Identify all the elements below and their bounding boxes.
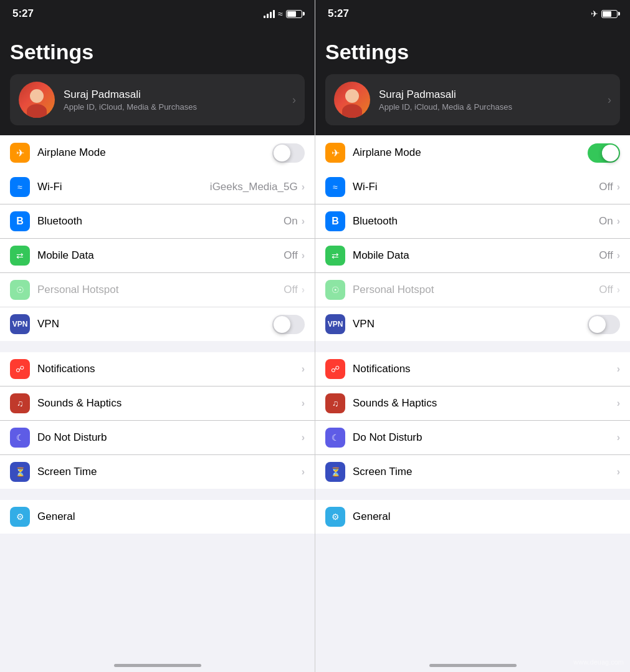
right-dnd-row[interactable]: ☾ Do Not Disturb ›	[315, 421, 630, 455]
left-vpn-icon: VPN	[10, 314, 30, 334]
watermark: www.deuag.com	[573, 658, 624, 666]
left-airplane-mode-row[interactable]: ✈ Airplane Mode	[0, 135, 315, 170]
left-wifi-chevron-icon: ›	[302, 181, 305, 193]
left-profile-chevron-icon: ›	[292, 94, 296, 107]
right-sounds-chevron-icon: ›	[617, 398, 620, 409]
right-hotspot-value: Off	[599, 284, 613, 296]
left-airplane-toggle[interactable]	[272, 143, 305, 163]
left-battery-icon	[286, 10, 302, 18]
left-phone-panel: 5:27 ≈ Settings Suraj P	[0, 0, 315, 672]
left-dnd-chevron-icon: ›	[302, 432, 305, 443]
left-sounds-row[interactable]: ♫ Sounds & Haptics ›	[0, 386, 315, 421]
left-mobile-data-row[interactable]: ⇄ Mobile Data Off ›	[0, 239, 315, 273]
right-bluetooth-chevron-icon: ›	[617, 216, 620, 227]
left-mobile-data-chevron-icon: ›	[302, 250, 305, 261]
right-dnd-label: Do Not Disturb	[353, 431, 617, 444]
right-bluetooth-label: Bluetooth	[353, 215, 599, 228]
left-avatar	[19, 82, 55, 118]
right-airplane-mode-row[interactable]: ✈ Airplane Mode	[315, 135, 630, 170]
left-screen-time-icon: ⏳	[10, 462, 30, 482]
left-status-time: 5:27	[12, 7, 34, 20]
right-bluetooth-value: On	[599, 215, 613, 228]
right-screen-time-row[interactable]: ⏳ Screen Time ›	[315, 455, 630, 489]
left-dnd-row[interactable]: ☾ Do Not Disturb ›	[0, 421, 315, 455]
left-bluetooth-icon: B	[10, 211, 30, 231]
left-gap-1	[0, 341, 315, 352]
right-vpn-toggle[interactable]	[588, 315, 620, 334]
left-hotspot-label: Personal Hotspot	[37, 284, 284, 296]
right-airplane-toggle[interactable]	[588, 143, 620, 163]
right-general-partial[interactable]: ⚙ General	[315, 500, 630, 534]
right-phone-panel: 5:27 ✈ Settings Suraj Padmasali Apple ID…	[315, 0, 630, 672]
left-wifi-row[interactable]: ≈ Wi-Fi iGeeks_Media_5G ›	[0, 170, 315, 204]
right-profile-chevron-icon: ›	[608, 94, 611, 107]
left-screen-time-chevron-icon: ›	[302, 466, 305, 478]
left-sounds-icon: ♫	[10, 393, 30, 413]
left-sounds-label: Sounds & Haptics	[37, 397, 302, 410]
left-vpn-toggle[interactable]	[272, 315, 305, 334]
left-screen-time-label: Screen Time	[37, 466, 302, 478]
left-hotspot-icon: ☉	[10, 280, 30, 300]
right-home-indicator	[429, 664, 517, 667]
left-general-icon: ⚙	[10, 507, 30, 527]
right-vpn-label: VPN	[353, 318, 588, 330]
right-wifi-chevron-icon: ›	[617, 181, 620, 193]
right-profile-subtitle: Apple ID, iCloud, Media & Purchases	[379, 102, 608, 112]
right-notifications-icon: ☍	[325, 359, 345, 379]
right-mobile-data-row[interactable]: ⇄ Mobile Data Off ›	[315, 239, 630, 273]
left-profile-name: Suraj Padmasali	[64, 89, 292, 101]
right-dnd-icon: ☾	[325, 428, 345, 448]
left-settings-title: Settings	[10, 40, 305, 64]
left-hotspot-value: Off	[284, 284, 297, 296]
right-screen-time-icon: ⏳	[325, 462, 345, 482]
right-sounds-row[interactable]: ♫ Sounds & Haptics ›	[315, 386, 630, 421]
left-profile-subtitle: Apple ID, iCloud, Media & Purchases	[64, 102, 292, 112]
left-profile-row[interactable]: Suraj Padmasali Apple ID, iCloud, Media …	[10, 74, 305, 125]
left-notifications-icon: ☍	[10, 359, 30, 379]
right-dnd-chevron-icon: ›	[617, 432, 620, 443]
left-wifi-value: iGeeks_Media_5G	[210, 181, 298, 193]
right-hotspot-label: Personal Hotspot	[353, 284, 599, 296]
right-notifications-label: Notifications	[353, 363, 617, 375]
left-network-group: ≈ Wi-Fi iGeeks_Media_5G › B Bluetooth On…	[0, 170, 315, 341]
left-hotspot-row[interactable]: ☉ Personal Hotspot Off ›	[0, 273, 315, 307]
left-home-indicator	[114, 664, 201, 667]
left-general-partial[interactable]: ⚙ General	[0, 500, 315, 534]
right-hotspot-row[interactable]: ☉ Personal Hotspot Off ›	[315, 273, 630, 307]
left-dnd-icon: ☾	[10, 428, 30, 448]
right-mobile-data-value: Off	[599, 249, 613, 262]
left-airplane-mode-label: Airplane Mode	[37, 146, 272, 159]
right-battery-icon	[601, 10, 618, 18]
right-airplane-mode-label: Airplane Mode	[353, 146, 588, 159]
right-mobile-data-chevron-icon: ›	[617, 250, 620, 261]
left-screen-time-row[interactable]: ⏳ Screen Time ›	[0, 455, 315, 489]
right-screen-time-label: Screen Time	[353, 466, 617, 478]
right-profile-row[interactable]: Suraj Padmasali Apple ID, iCloud, Media …	[325, 74, 620, 125]
right-status-icons: ✈	[591, 9, 618, 19]
left-bluetooth-value: On	[284, 215, 298, 228]
left-general-label: General	[37, 511, 305, 523]
right-airplane-status-icon: ✈	[591, 9, 598, 19]
right-vpn-row[interactable]: VPN VPN	[315, 307, 630, 341]
right-wifi-icon: ≈	[325, 177, 345, 197]
left-wifi-label: Wi-Fi	[37, 181, 210, 193]
right-profile-info: Suraj Padmasali Apple ID, iCloud, Media …	[379, 89, 608, 112]
right-general-label: General	[353, 511, 620, 523]
right-notifications-row[interactable]: ☍ Notifications ›	[315, 352, 630, 386]
right-avatar	[334, 82, 370, 118]
left-airplane-icon: ✈	[10, 143, 30, 163]
left-bluetooth-row[interactable]: B Bluetooth On ›	[0, 204, 315, 239]
left-sounds-chevron-icon: ›	[302, 398, 305, 409]
left-signal-icon	[264, 9, 275, 18]
right-status-time: 5:27	[328, 7, 349, 20]
left-vpn-row[interactable]: VPN VPN	[0, 307, 315, 341]
right-bluetooth-row[interactable]: B Bluetooth On ›	[315, 204, 630, 239]
left-notifications-row[interactable]: ☍ Notifications ›	[0, 352, 315, 386]
right-wifi-row[interactable]: ≈ Wi-Fi Off ›	[315, 170, 630, 204]
right-sounds-icon: ♫	[325, 393, 345, 413]
right-network-group: ≈ Wi-Fi Off › B Bluetooth On › ⇄ Mobile …	[315, 170, 630, 341]
right-hotspot-icon: ☉	[325, 280, 345, 300]
right-profile-name: Suraj Padmasali	[379, 89, 608, 101]
right-vpn-icon: VPN	[325, 314, 345, 334]
left-mobile-data-icon: ⇄	[10, 246, 30, 266]
